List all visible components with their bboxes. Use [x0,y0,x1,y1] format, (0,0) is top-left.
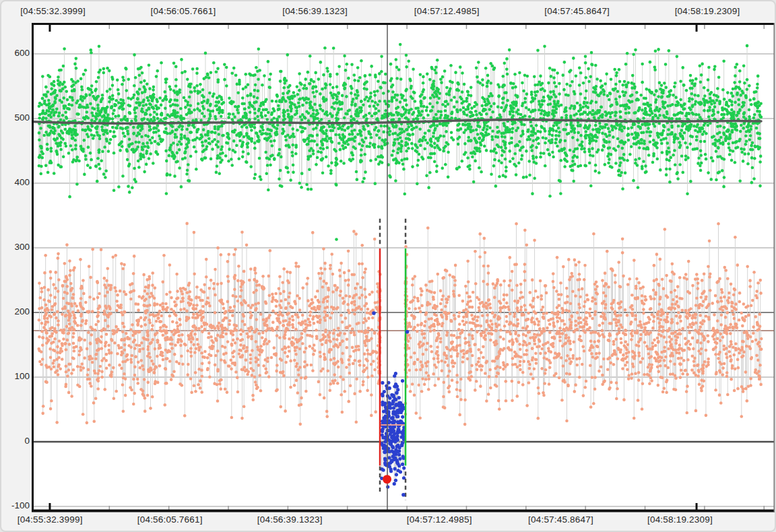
lower-band-point [505,294,509,297]
upper-band-point [118,143,121,147]
lower-band-point [565,287,569,290]
upper-band-point [405,137,408,141]
lower-band-point [489,387,492,390]
lower-band-point [301,342,304,345]
upper-band-point [676,100,679,104]
lower-band-point [306,364,309,367]
lower-band-point [255,280,259,284]
lower-band-point [641,294,644,298]
upper-band-point [138,104,141,107]
lower-band-point [612,340,616,343]
lower-band-point [419,287,422,290]
lower-band-point [81,319,84,323]
upper-band-point [395,77,399,80]
upper-band-point [584,55,587,59]
lower-band-point [664,356,668,359]
lower-band-point [679,319,682,323]
upper-band-point [348,133,352,136]
upper-band-point [259,178,263,181]
x-label-top-4: [04:57:45.8647] [544,6,610,16]
upper-band-point [399,100,402,104]
upper-band-point [183,70,187,73]
lower-band-point [186,373,189,376]
upper-band-point [90,48,93,52]
lower-band-point [453,294,456,298]
upper-band-point [730,108,734,112]
lower-band-point [82,292,86,296]
lower-band-point [432,329,436,332]
upper-band-point [594,91,597,94]
upper-band-point [69,144,73,147]
upper-band-point [164,107,167,110]
upper-band-point [707,89,710,92]
lower-band-point [591,317,594,321]
upper-band-point [207,130,210,133]
upper-band-point [750,144,753,147]
upper-band-point [597,171,601,174]
upper-band-point [411,97,414,100]
lower-band-point [192,312,195,316]
lower-band-point [557,304,560,307]
event-cluster-point [387,456,391,459]
lower-band-point [366,352,370,356]
upper-band-point [450,98,453,102]
lower-band-point [149,407,152,410]
upper-band-point [225,84,228,88]
selected-point[interactable] [383,475,391,484]
upper-band-point [601,127,604,130]
lower-band-point [50,315,53,319]
lower-band-point [274,299,278,302]
lower-band-point [582,325,585,329]
upper-band-point [738,69,742,73]
lower-band-point [503,298,506,302]
upper-band-point [207,76,211,79]
x-label-top-1: [04:56:05.7661] [151,6,216,16]
upper-band-point [429,125,432,129]
upper-band-point [141,142,145,145]
lower-band-point [356,282,359,286]
lower-band-point [525,243,529,246]
upper-band-point [257,47,260,51]
upper-band-point [356,114,360,118]
upper-band-point [637,98,640,102]
lower-band-point [187,301,190,304]
lower-band-point [306,318,310,321]
upper-band-point [500,154,504,157]
lower-band-point [301,286,304,290]
upper-band-point [476,80,480,84]
plot-area[interactable] [1,1,776,532]
upper-band-point [46,90,50,94]
lower-band-point [639,361,642,364]
lower-band-point [415,368,418,372]
lower-band-point [656,313,659,317]
lower-band-point [476,331,479,334]
lower-band-point [445,312,448,316]
lower-band-point [630,377,633,380]
upper-band-point [381,117,384,120]
lower-band-point [697,332,701,335]
upper-band-point [181,128,184,131]
upper-band-point [358,76,362,79]
upper-band-point [392,113,395,117]
lower-band-point [738,300,742,304]
event-cluster-point [392,393,395,397]
upper-band-point [689,180,692,183]
lower-band-point [156,341,160,344]
lower-band-point [413,393,416,397]
upper-band-point [515,173,518,176]
lower-band-point [51,332,54,335]
lower-band-point [284,298,288,302]
lower-band-point [473,343,476,347]
upper-band-point [527,160,531,163]
upper-band-point [259,130,262,133]
lower-band-point [589,364,592,367]
upper-band-point [410,87,413,90]
upper-band-point [145,152,148,155]
lower-band-point [450,341,453,344]
lower-band-point [698,329,701,332]
upper-band-point [148,87,152,90]
lower-band-point [357,348,360,352]
lower-band-point [329,340,332,343]
lower-band-point [467,280,470,284]
upper-band-point [189,86,192,89]
